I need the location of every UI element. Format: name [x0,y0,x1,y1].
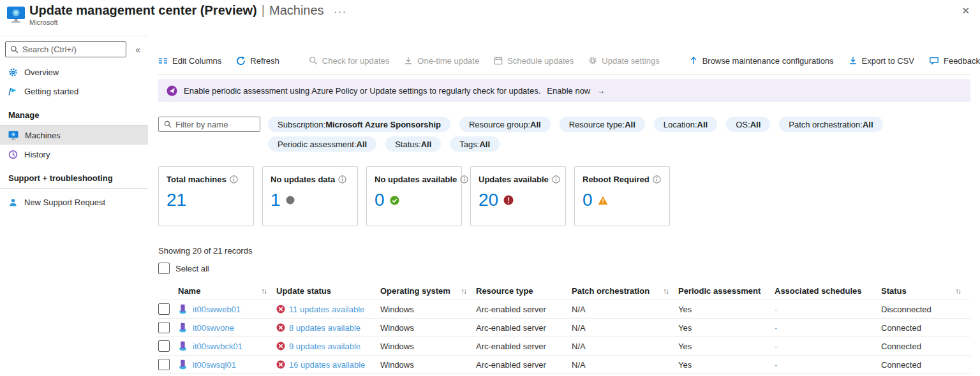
pill-value: All [479,140,490,149]
refresh-icon [236,56,246,66]
column-header-update-status[interactable]: Update status [276,286,380,296]
feedback-icon [929,56,939,66]
filter-by-name-field[interactable] [158,117,260,132]
row-checkbox[interactable] [158,359,170,370]
sidebar-item-machines[interactable]: Machines [0,126,148,145]
filter-pill-location[interactable]: Location : All [654,117,717,132]
column-header-periodic-assessment[interactable]: Periodic assessment [678,286,775,296]
filter-pill-patch-orchestration[interactable]: Patch orchestration : All [779,117,882,132]
pill-value: All [357,140,368,149]
row-checkbox[interactable] [158,340,170,352]
server-icon [178,359,188,370]
sidebar-item-history[interactable]: History [0,145,148,164]
enable-now-link[interactable]: Enable now [547,86,590,96]
card-no-updates-data[interactable]: No updates data 1 [262,166,358,226]
collapse-sidebar-icon[interactable]: « [131,43,144,56]
column-header-name[interactable]: Name↑↓ [178,286,276,296]
card-title: Total machines [167,175,226,184]
pill-value: All [750,120,761,129]
update-settings-button[interactable]: Update settings [588,56,659,66]
select-all-checkbox[interactable] [158,263,170,274]
machine-name-link[interactable]: it00swsql01 [193,360,236,370]
column-label: Status [881,286,907,296]
sort-icon[interactable]: ↑↓ [955,287,960,296]
gear-overview-icon [8,68,18,77]
pill-value: All [421,140,432,149]
filter-pill-os[interactable]: OS : All [726,117,770,132]
feedback-button[interactable]: Feedback [929,56,980,66]
filter-pill-resource-type[interactable]: Resource type : All [560,117,645,132]
sidebar-section-manage: Manage [0,101,148,125]
green-check-icon [390,196,399,205]
red-exclamation-icon [503,195,514,205]
card-title: Reboot Required [583,175,650,184]
sidebar-search-input[interactable] [22,45,121,54]
info-icon[interactable] [552,175,560,184]
sidebar-item-getting-started[interactable]: Getting started [0,82,148,101]
sidebar-item-new-support-request[interactable]: New Support Request [0,192,148,212]
column-header-patch-orchestration[interactable]: Patch orchestration↑↓ [572,286,678,296]
card-updates-available[interactable]: Updates available 20 [470,166,566,226]
schedule-updates-button[interactable]: Schedule updates [494,56,574,66]
refresh-button[interactable]: Refresh [236,56,279,66]
pill-label: Resource type [569,120,623,129]
periodic-assessment-cell: Yes [678,323,775,333]
row-checkbox[interactable] [158,303,170,315]
filter-pill-tags[interactable]: Tags : All [450,136,500,152]
machine-name-link[interactable]: it00swvbck01 [193,342,242,351]
info-icon[interactable] [653,175,661,184]
update-status-link[interactable]: 11 updates available [289,305,364,314]
column-header-resource-type[interactable]: Resource type [476,286,572,296]
column-header-operating-system[interactable]: Operating system↑↓ [380,286,476,296]
up-arrow-icon [689,56,698,65]
info-icon[interactable] [230,175,238,184]
command-bar: Edit Columns Refresh Check for updates O… [158,51,970,70]
operating-system-cell: Windows [380,323,476,333]
card-value: 0 [583,190,593,210]
edit-columns-icon [158,56,168,66]
one-time-update-button[interactable]: One-time update [404,56,479,66]
more-options-icon[interactable]: ··· [334,6,347,17]
filter-pill-status[interactable]: Status : All [385,136,441,152]
update-status-link[interactable]: 8 updates available [289,323,360,333]
sidebar-item-overview[interactable]: Overview [0,62,148,82]
pill-value: Microsoft Azure Sponsorship [325,120,441,129]
sidebar-search[interactable] [5,41,126,57]
pill-label: Tags [459,140,477,149]
machine-name-link[interactable]: it00swweb01 [193,305,241,314]
operating-system-cell: Windows [380,305,476,314]
machines-table: Name↑↓ Update status Operating system↑↓ … [158,282,970,376]
browse-maintenance-configurations-button[interactable]: Browse maintenance configurations [689,56,834,66]
sort-icon[interactable]: ↑↓ [461,287,466,296]
edit-columns-button[interactable]: Edit Columns [158,56,221,66]
column-label: Resource type [476,286,533,296]
periodic-assessment-cell: Yes [678,342,775,351]
row-checkbox[interactable] [158,322,170,333]
update-status-link[interactable]: 9 updates available [289,342,360,351]
associated-schedules-cell: - [775,305,881,314]
filter-pill-resource-group[interactable]: Resource group : All [459,117,551,132]
column-header-status[interactable]: Status↑↓ [881,286,970,296]
support-person-icon [8,198,18,207]
pill-label: OS [736,120,748,129]
machine-name-link[interactable]: it00swvone [193,323,234,333]
card-value: 1 [271,190,281,210]
sort-icon[interactable]: ↑↓ [261,287,266,296]
card-reboot-required[interactable]: Reboot Required 0 [574,166,670,226]
close-icon[interactable]: ✕ [961,5,970,17]
check-for-updates-button[interactable]: Check for updates [309,56,390,66]
filter-pill-subscription[interactable]: Subscription : Microsoft Azure Sponsorsh… [268,117,450,132]
filter-by-name-input[interactable] [175,120,255,129]
info-icon[interactable] [460,175,468,184]
card-no-updates-available[interactable]: No updates available 0 [366,166,462,226]
sort-icon[interactable]: ↑↓ [663,287,668,296]
filter-pill-periodic-assessment[interactable]: Periodic assessment : All [268,136,376,152]
calendar-icon [494,56,503,65]
update-status-link[interactable]: 16 updates available [289,360,365,370]
select-all-label: Select all [175,264,209,273]
export-to-csv-button[interactable]: Export to CSV [849,56,914,66]
column-header-associated-schedules[interactable]: Associated schedules [775,286,881,296]
edit-columns-label: Edit Columns [172,56,221,66]
card-total-machines[interactable]: Total machines 21 [158,166,254,226]
info-icon[interactable] [338,175,346,184]
